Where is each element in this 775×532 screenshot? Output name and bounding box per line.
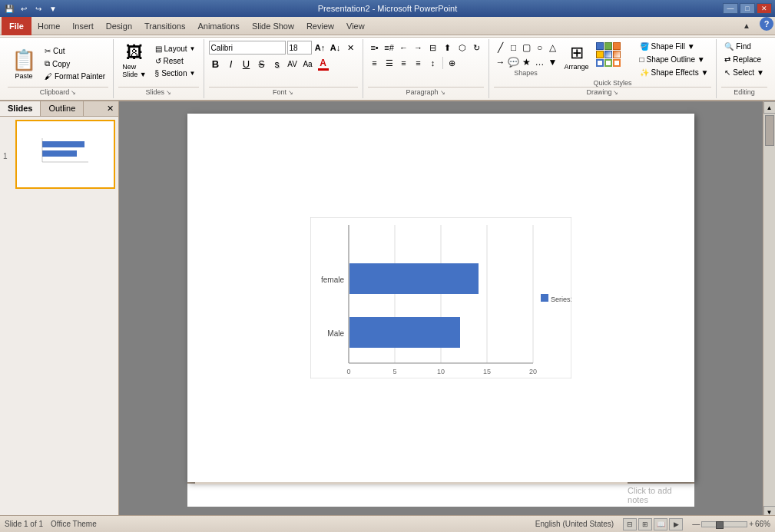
notes-resize-handle[interactable] [195,482,628,484]
columns-button[interactable]: ⊟ [426,41,440,55]
char-spacing-button[interactable]: AV [286,58,300,71]
strikethrough-button[interactable]: S [255,58,269,71]
design-menu[interactable]: Design [100,17,138,35]
font-color-icon: A [320,58,326,68]
arrow-shape[interactable]: → [494,55,508,69]
slide-thumbnail-1[interactable] [15,120,115,189]
triangle-shape[interactable]: △ [546,41,560,55]
align-left-button[interactable]: ≡ [368,56,382,70]
font-size-input[interactable] [287,41,312,55]
close-button[interactable]: ✕ [757,3,772,14]
decrease-font-button[interactable]: A↓ [329,41,343,55]
copy-button[interactable]: ⧉ Copy [41,58,108,70]
convert-button[interactable]: ↻ [470,41,484,55]
find-button[interactable]: 🔍 Find [721,41,753,52]
font-expand[interactable]: ↘ [288,89,293,96]
line-shape[interactable]: ╱ [494,41,508,55]
rect-shape[interactable]: □ [507,41,521,55]
shape-effects-button[interactable]: ✨ Shape Effects ▼ [637,67,712,78]
more-shapes[interactable]: … [533,55,547,69]
line-spacing-button[interactable]: ↕ [426,56,440,70]
align-right-button[interactable]: ≡ [397,56,411,70]
numbered-list-button[interactable]: ≡# [383,41,396,55]
bar-female [349,263,479,294]
indent-button[interactable]: → [412,41,426,55]
select-button[interactable]: ↖ Select ▼ [721,67,767,78]
reset-button[interactable]: ↺ Reset [152,55,199,67]
layout-button[interactable]: ▤ Layout ▼ [152,43,199,55]
minimize-button[interactable]: — [723,3,738,14]
convert-to-smartart-button[interactable]: ⊕ [445,56,459,70]
normal-view-button[interactable]: ⊟ [623,518,637,530]
notes-placeholder[interactable]: Click to add notes [628,486,687,504]
maximize-button[interactable]: □ [740,3,755,14]
smart-art-button[interactable]: ⬡ [455,41,469,55]
slide-canvas[interactable]: female Male 0 5 10 15 20 Series1 [187,114,694,482]
font-name-input[interactable] [209,41,286,55]
bar-male [349,317,460,348]
shape-fill-button[interactable]: 🪣 Shape Fill ▼ [637,41,712,52]
zoom-out-button[interactable]: — [692,520,700,528]
slides-expand[interactable]: ↘ [166,89,171,96]
transitions-menu[interactable]: Transitions [138,17,191,35]
bullet-list-button[interactable]: ≡• [368,41,382,55]
paragraph-expand[interactable]: ↘ [440,89,445,96]
view-menu[interactable]: View [340,17,371,35]
change-case-button[interactable]: Aa [301,58,315,71]
oval-shape[interactable]: ○ [533,41,547,55]
drawing-expand[interactable]: ↘ [613,89,618,96]
help-button[interactable]: ? [760,17,773,31]
zoom-thumb[interactable] [716,521,724,529]
justify-button[interactable]: ≡ [412,56,426,70]
section-button[interactable]: § Section ▼ [152,68,199,79]
shapes-dropdown[interactable]: ▼ [546,55,560,69]
redo-icon[interactable]: ↪ [32,2,45,15]
insert-menu[interactable]: Insert [66,17,100,35]
clipboard-expand[interactable]: ↘ [71,89,76,96]
rounded-rect-shape[interactable]: ▢ [520,41,534,55]
scroll-thumb[interactable] [765,115,774,146]
zoom-in-button[interactable]: + [749,520,753,528]
font-color-button[interactable]: A [316,56,330,72]
underline-button[interactable]: U [240,58,253,71]
chart-container[interactable]: female Male 0 5 10 15 20 Series1 [310,217,571,378]
clear-formatting-button[interactable]: ✕ [344,41,358,55]
replace-button[interactable]: ⇄ Replace [721,54,764,65]
save-icon[interactable]: 💾 [3,2,15,15]
status-bar: Slide 1 of 1 Office Theme English (Unite… [0,515,775,532]
review-menu[interactable]: Review [300,17,340,35]
format-painter-button[interactable]: 🖌 Format Painter [41,71,108,82]
slideshow-view-button[interactable]: ▶ [669,518,683,530]
scroll-up-button[interactable]: ▲ [763,101,776,114]
text-shadow-button[interactable]: s [270,58,284,71]
slide-sorter-button[interactable]: ⊞ [638,518,652,530]
callout-shape[interactable]: 💬 [507,55,521,69]
star-shape[interactable]: ★ [520,55,534,69]
text-direction-button[interactable]: ⬆ [441,41,455,55]
undo-icon[interactable]: ↩ [18,2,30,15]
customize-qa-icon[interactable]: ▼ [47,2,59,15]
quick-styles-button[interactable] [594,41,631,79]
reading-view-button[interactable]: 📖 [654,518,667,530]
slideshow-menu[interactable]: Slide Show [246,17,300,35]
paste-button[interactable]: 📋 Paste [8,46,40,82]
panel-close-button[interactable]: ✕ [102,101,118,116]
zoom-slider[interactable] [701,521,747,527]
animations-menu[interactable]: Animations [191,17,245,35]
cut-button[interactable]: ✂ Cut [41,45,108,57]
increase-font-button[interactable]: A↑ [313,41,327,55]
ribbon-collapse-button[interactable]: ▲ [737,17,757,35]
slides-tab[interactable]: Slides [0,101,41,116]
slide-item-1[interactable]: 1 [3,120,115,192]
title-bar: 💾 ↩ ↪ ▼ Presentation2 - Microsoft PowerP… [0,0,775,17]
align-center-button[interactable]: ☰ [383,56,396,70]
file-menu[interactable]: File [2,17,31,35]
italic-button[interactable]: I [224,58,238,71]
outdent-button[interactable]: ← [397,41,411,55]
outline-tab[interactable]: Outline [41,101,84,116]
shape-outline-button[interactable]: □ Shape Outline ▼ [637,54,712,65]
home-menu[interactable]: Home [31,17,66,35]
new-slide-button[interactable]: 🖼 NewSlide ▼ [118,41,150,81]
arrange-button[interactable]: ⊞ Arrange [561,41,592,73]
bold-button[interactable]: B [209,58,223,71]
